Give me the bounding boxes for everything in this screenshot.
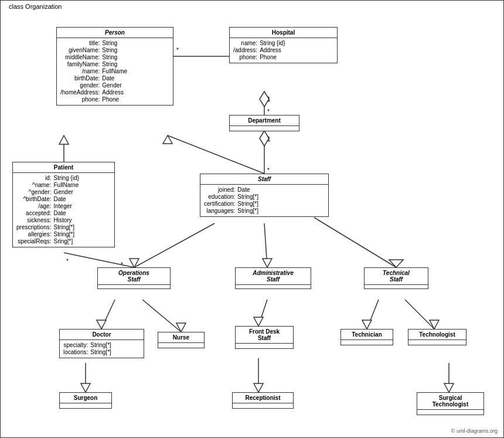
svg-text:*: * bbox=[267, 108, 270, 115]
class-patient-header: Patient bbox=[13, 162, 114, 173]
svg-line-29 bbox=[367, 300, 379, 329]
svg-line-31 bbox=[405, 300, 434, 329]
class-receptionist-header: Receptionist bbox=[233, 393, 293, 403]
class-surgical-technologist-body bbox=[417, 410, 483, 415]
class-administrative-staff: AdministrativeStaff bbox=[235, 267, 311, 289]
diagram-container: class Organization * 1 * 1 * * * bbox=[0, 0, 504, 438]
class-doctor-header: Doctor bbox=[60, 330, 144, 340]
svg-marker-11 bbox=[59, 135, 69, 144]
class-administrative-staff-header: AdministrativeStaff bbox=[236, 268, 311, 285]
svg-text:*: * bbox=[176, 47, 179, 53]
class-patient-body: id:String {id} ^name:FullName ^gender:Ge… bbox=[13, 173, 114, 247]
svg-line-12 bbox=[168, 135, 264, 174]
class-technician-body bbox=[341, 340, 393, 345]
svg-line-25 bbox=[142, 300, 181, 332]
class-operations-staff-body bbox=[98, 285, 170, 288]
svg-text:1: 1 bbox=[267, 136, 271, 142]
class-technician: Technician bbox=[340, 329, 393, 345]
svg-marker-26 bbox=[176, 323, 186, 332]
class-doctor: Doctor specialty:String[*] locations:Str… bbox=[59, 329, 144, 358]
class-department-body bbox=[230, 126, 299, 131]
class-hospital-body: name:String {id} /address:Address phone:… bbox=[230, 38, 337, 63]
class-hospital: Hospital name:String {id} /address:Addre… bbox=[229, 27, 338, 63]
class-technical-staff-header: TechnicalStaff bbox=[365, 268, 428, 285]
svg-marker-30 bbox=[362, 320, 372, 329]
class-person-header: Person bbox=[57, 28, 173, 38]
class-staff-body: joined:Date education:String[*] certific… bbox=[200, 185, 328, 216]
class-operations-staff: OperationsStaff bbox=[97, 267, 171, 289]
svg-marker-38 bbox=[444, 383, 454, 392]
class-nurse: Nurse bbox=[158, 332, 205, 348]
class-department: Department bbox=[229, 115, 299, 131]
svg-line-14 bbox=[64, 253, 134, 267]
class-receptionist-body bbox=[233, 403, 293, 408]
svg-text:1: 1 bbox=[267, 96, 271, 103]
class-surgeon: Surgeon bbox=[59, 392, 112, 409]
svg-marker-20 bbox=[263, 259, 272, 267]
class-front-desk-staff: Front DeskStaff bbox=[235, 326, 294, 349]
svg-marker-28 bbox=[254, 317, 263, 326]
class-technologist-body bbox=[408, 340, 466, 345]
class-person-body: title:String givenName:String middleName… bbox=[57, 38, 173, 105]
class-person: Person title:String givenName:String mid… bbox=[56, 27, 173, 106]
svg-marker-7 bbox=[260, 131, 269, 146]
svg-marker-18 bbox=[130, 259, 139, 267]
class-receptionist: Receptionist bbox=[232, 392, 294, 409]
svg-text:*: * bbox=[66, 258, 69, 264]
class-operations-staff-header: OperationsStaff bbox=[98, 268, 170, 285]
class-staff-header: Staff bbox=[200, 174, 328, 185]
class-technologist: Technologist bbox=[408, 329, 466, 345]
svg-marker-3 bbox=[260, 91, 269, 107]
class-front-desk-staff-body bbox=[236, 344, 293, 348]
class-technologist-header: Technologist bbox=[408, 330, 466, 340]
class-doctor-body: specialty:String[*] locations:String[*] bbox=[60, 340, 144, 358]
class-front-desk-staff-header: Front DeskStaff bbox=[236, 327, 293, 344]
svg-line-17 bbox=[134, 223, 214, 267]
class-department-header: Department bbox=[230, 116, 299, 126]
svg-text:*: * bbox=[267, 167, 270, 174]
class-staff: Staff joined:Date education:String[*] ce… bbox=[200, 174, 329, 217]
class-nurse-body bbox=[158, 343, 204, 348]
class-surgeon-body bbox=[60, 403, 111, 408]
class-surgeon-header: Surgeon bbox=[60, 393, 111, 403]
class-patient: Patient id:String {id} ^name:FullName ^g… bbox=[12, 162, 115, 247]
svg-marker-13 bbox=[163, 135, 172, 144]
svg-marker-22 bbox=[389, 260, 403, 267]
svg-line-19 bbox=[264, 223, 267, 267]
class-administrative-staff-body bbox=[236, 285, 311, 288]
svg-line-23 bbox=[101, 300, 115, 329]
class-hospital-header: Hospital bbox=[230, 28, 337, 38]
class-surgical-technologist: SurgicalTechnologist bbox=[417, 392, 484, 415]
class-technical-staff-body bbox=[365, 285, 428, 288]
svg-marker-24 bbox=[97, 320, 106, 329]
svg-line-21 bbox=[314, 218, 396, 267]
svg-marker-36 bbox=[254, 383, 263, 392]
class-surgical-technologist-header: SurgicalTechnologist bbox=[417, 393, 483, 410]
svg-marker-32 bbox=[430, 320, 439, 329]
copyright: © uml-diagrams.org bbox=[451, 428, 498, 434]
class-nurse-header: Nurse bbox=[158, 332, 204, 343]
class-technician-header: Technician bbox=[341, 330, 393, 340]
svg-line-27 bbox=[258, 300, 267, 326]
class-technical-staff: TechnicalStaff bbox=[364, 267, 428, 289]
svg-marker-34 bbox=[81, 383, 90, 392]
diagram-title: class Organization bbox=[6, 3, 64, 10]
